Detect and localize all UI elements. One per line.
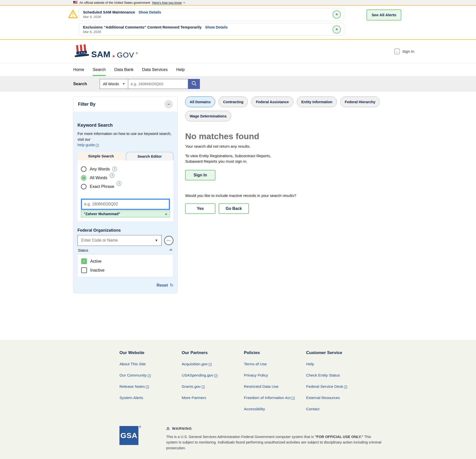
domain-pill-federal-hierarchy[interactable]: Federal Hierarchy bbox=[340, 96, 380, 107]
sign-in-link[interactable]: ← Sign In bbox=[394, 49, 414, 54]
footer-link-check-entity-status[interactable]: Check Entity Status bbox=[306, 373, 368, 378]
domain-pill-federal-assistance[interactable]: Federal Assistance bbox=[251, 96, 293, 107]
footer-link-more-partners[interactable]: More Partners bbox=[182, 396, 244, 400]
svg-text:★: ★ bbox=[78, 52, 80, 54]
close-icon[interactable]: × bbox=[333, 10, 341, 18]
logo-gov-text: GOV bbox=[117, 51, 134, 59]
external-link-icon: ↗ bbox=[148, 374, 151, 377]
external-link-icon: ↗ bbox=[146, 386, 149, 389]
footer-link-about-this-site[interactable]: About This Site bbox=[119, 362, 182, 366]
checkbox-active-label: Active bbox=[90, 259, 101, 264]
checkbox-active[interactable]: ✓ bbox=[81, 258, 87, 264]
svg-text:★: ★ bbox=[83, 51, 85, 54]
domain-pill-contracting[interactable]: Contracting bbox=[219, 96, 248, 107]
footer-link-restricted-data-use[interactable]: Restricted Data Use bbox=[244, 384, 306, 389]
go-back-button[interactable]: Go Back bbox=[219, 203, 249, 214]
nav-item-search[interactable]: Search bbox=[93, 67, 106, 76]
external-link-icon: ↗ bbox=[344, 386, 347, 389]
footer-heading: Policies bbox=[244, 350, 306, 355]
alert-card: Scheduled SAM Maintenance Show Details M… bbox=[79, 8, 344, 21]
how-you-know-link[interactable]: Here’s how you know bbox=[152, 1, 185, 4]
alerts-section: Scheduled SAM Maintenance Show Details M… bbox=[0, 6, 476, 40]
alert-date: Mar 9, 2026 bbox=[83, 15, 329, 19]
footer-link-federal-service-desk[interactable]: Federal Service Desk↗ bbox=[306, 384, 368, 389]
footer-column-policies: Policies Terms of Use Privacy Policy Res… bbox=[244, 350, 306, 418]
domain-pill-wage-determinations[interactable]: Wage Determinations bbox=[185, 111, 231, 121]
refresh-icon: ↻ bbox=[170, 283, 173, 288]
checkbox-inactive-label: Inactive bbox=[90, 268, 104, 273]
footer-column-our-website: Our Website About This Site Our Communit… bbox=[119, 350, 182, 418]
remove-tag-icon[interactable]: × bbox=[165, 212, 167, 216]
global-search-input[interactable] bbox=[128, 79, 188, 89]
see-all-alerts-button[interactable]: See All Alerts bbox=[367, 9, 401, 20]
federal-organizations-select[interactable]: Enter Code or Name ▼ bbox=[77, 235, 162, 246]
nav-item-home[interactable]: Home bbox=[73, 67, 84, 76]
search-submit-button[interactable] bbox=[188, 79, 200, 89]
no-matches-title: No matches found bbox=[185, 131, 406, 141]
footer-link-contact[interactable]: Contact bbox=[306, 407, 368, 411]
show-details-link[interactable]: Show Details bbox=[138, 10, 161, 14]
caret-down-icon: ▼ bbox=[122, 82, 125, 85]
chevron-up-icon bbox=[169, 249, 172, 252]
footer-link-our-community[interactable]: Our Community↗ bbox=[119, 373, 182, 378]
info-icon[interactable]: i bbox=[112, 167, 117, 171]
external-link-icon: ↗ bbox=[214, 374, 217, 377]
footer-link-terms-of-use[interactable]: Terms of Use bbox=[244, 362, 306, 366]
search-band: Search All Words ▼ bbox=[0, 76, 476, 92]
site-footer: Our Website About This Site Our Communit… bbox=[0, 340, 476, 459]
collapse-filters-button[interactable]: − bbox=[164, 100, 173, 108]
nav-item-data-services[interactable]: Data Services bbox=[142, 67, 168, 76]
footer-link-grants-gov[interactable]: Grants.gov↗ bbox=[182, 384, 244, 389]
radio-all-words[interactable] bbox=[81, 175, 86, 181]
tab-search-editor[interactable]: Search Editor bbox=[126, 152, 174, 160]
alert-title: Scheduled SAM Maintenance bbox=[83, 10, 135, 14]
info-icon[interactable]: i bbox=[110, 173, 114, 178]
radio-exact-phrase-label: Exact Phrase bbox=[90, 184, 114, 189]
results-area: All Domains Contracting Federal Assistan… bbox=[185, 96, 406, 214]
search-label: Search bbox=[73, 81, 100, 86]
warning-title: WARNING bbox=[172, 426, 192, 431]
radio-exact-phrase[interactable] bbox=[81, 184, 86, 189]
reset-filters-link[interactable]: Reset↻ bbox=[157, 283, 173, 287]
help-guide-link[interactable]: help guide↗ bbox=[77, 143, 99, 147]
show-details-link[interactable]: Show Details bbox=[205, 25, 228, 29]
tab-simple-search[interactable]: Simple Search bbox=[77, 152, 125, 160]
footer-link-usaspending-gov[interactable]: USASpending.gov↗ bbox=[182, 373, 244, 378]
external-link-icon: ↗ bbox=[202, 386, 205, 389]
no-results-message: Your search did not return any results. bbox=[185, 144, 406, 149]
footer-link-acquisition-gov[interactable]: Acquisition.gov↗ bbox=[182, 362, 244, 366]
caret-down-icon: ▼ bbox=[155, 239, 158, 242]
external-link-icon: ↗ bbox=[96, 144, 99, 147]
footer-link-release-notes[interactable]: Release Notes↗ bbox=[119, 384, 182, 389]
main-content: Filter By − Keyword Search For more info… bbox=[0, 92, 476, 340]
search-mode-select[interactable]: All Words ▼ bbox=[100, 79, 128, 89]
footer-heading: Customer Service bbox=[306, 350, 368, 355]
alert-date: Mar 6, 2026 bbox=[83, 30, 329, 34]
footer-link-system-alerts[interactable]: System Alerts bbox=[119, 396, 182, 400]
warning-block: ⚠ WARNING This is a U.S. General Service… bbox=[166, 426, 382, 459]
footer-link-foia[interactable]: Freedom of Information Act↗ bbox=[244, 396, 306, 400]
footer-link-privacy-policy[interactable]: Privacy Policy bbox=[244, 373, 306, 378]
filter-by-title: Filter By bbox=[78, 102, 95, 107]
nav-item-data-bank[interactable]: Data Bank bbox=[114, 67, 133, 76]
info-icon[interactable]: i bbox=[117, 181, 121, 186]
more-options-button[interactable]: ··· bbox=[164, 236, 173, 245]
sign-in-button[interactable]: Sign In bbox=[185, 170, 215, 180]
logo-star-icon: ★ bbox=[112, 54, 115, 58]
keyword-search-input[interactable] bbox=[81, 199, 170, 210]
domain-pill-entity-information[interactable]: Entity Information bbox=[297, 96, 337, 107]
alert-title: Exclusions “Additional Comments” Content… bbox=[83, 25, 202, 29]
status-accordion-header[interactable]: Status bbox=[77, 248, 173, 252]
footer-link-help[interactable]: Help bbox=[306, 362, 368, 366]
radio-any-words[interactable] bbox=[81, 166, 86, 172]
yes-button[interactable]: Yes bbox=[185, 203, 215, 214]
close-icon[interactable]: × bbox=[333, 25, 341, 33]
sam-gov-logo[interactable]: ★ ★ ★ SAM★GOV® bbox=[73, 44, 138, 59]
footer-link-external-resources[interactable]: External Resources bbox=[306, 396, 368, 400]
nav-item-help[interactable]: Help bbox=[176, 67, 185, 76]
footer-column-customer-service: Customer Service Help Check Entity Statu… bbox=[306, 350, 368, 418]
keyword-tag-label: "Zaheer Muhammad" bbox=[84, 212, 120, 216]
domain-pill-all-domains[interactable]: All Domains bbox=[185, 96, 215, 107]
footer-link-accessibility[interactable]: Accessibility bbox=[244, 407, 306, 411]
checkbox-inactive[interactable] bbox=[81, 267, 87, 273]
